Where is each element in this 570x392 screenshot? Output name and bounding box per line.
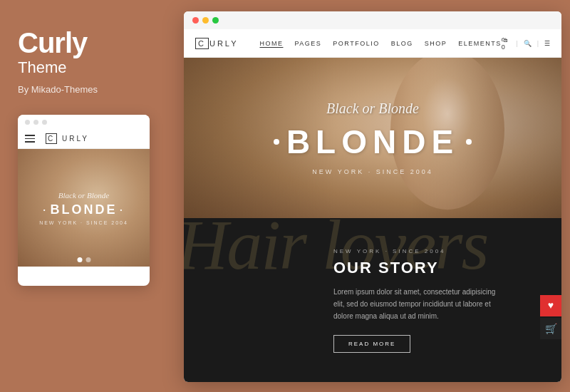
- icon-separator-1: |: [516, 40, 517, 47]
- nav-link-shop[interactable]: SHOP: [425, 40, 447, 47]
- hero-bullet-right: [466, 139, 472, 145]
- logo-box-letter: C: [195, 38, 209, 49]
- mobile-dot-1: [25, 120, 30, 125]
- brand-subtitle: Theme: [18, 58, 66, 77]
- hero-sub-text: NEW YORK · SINCE 2004: [312, 168, 432, 175]
- icon-separator-2: |: [537, 40, 539, 47]
- window-controls-bar: [184, 11, 561, 29]
- win-minimize-dot: [202, 17, 209, 24]
- desktop-preview-window: C URLY HOME PAGES PORTFOLIO BLOG SHOP EL…: [184, 11, 561, 382]
- mobile-preview-card: C URLY Black or Blonde • BLONDE • NEW YO…: [18, 115, 150, 286]
- mobile-dot-2: [33, 120, 38, 125]
- hero-content: Black or Blonde BLONDE NEW YORK · SINCE …: [184, 58, 561, 218]
- search-icon[interactable]: 🔍: [524, 40, 532, 47]
- mobile-hero-script: Black or Blonde: [58, 191, 109, 200]
- nav-link-blog[interactable]: BLOG: [391, 40, 413, 47]
- nav-link-home[interactable]: HOME: [259, 40, 283, 47]
- desktop-nav-bar: C URLY HOME PAGES PORTFOLIO BLOG SHOP EL…: [184, 29, 561, 58]
- mobile-nav-bar: C URLY: [18, 130, 150, 149]
- win-maximize-dot: [212, 17, 219, 24]
- story-content-block: NEW YORK · SINCE 2004 OUR STORY Lorem ip…: [298, 227, 540, 374]
- hero-title-text: BLONDE: [286, 123, 459, 161]
- hero-main-title: BLONDE: [274, 123, 472, 161]
- win-close-dot: [192, 17, 199, 24]
- left-panel: Curly Theme By Mikado-Themes C URLY Blac…: [0, 0, 175, 392]
- nav-link-elements[interactable]: ELEMENTS: [458, 40, 502, 47]
- desktop-logo: C URLY: [195, 38, 238, 49]
- mobile-indicator-1: [77, 257, 82, 262]
- mobile-bullet-left: •: [43, 207, 48, 213]
- mobile-bullet-right: •: [120, 207, 125, 213]
- mobile-carousel-indicators: [77, 257, 90, 262]
- hero-bullet-left: [274, 139, 279, 145]
- story-eyebrow: NEW YORK · SINCE 2004: [333, 248, 504, 254]
- story-section: Hair lovers NEW YORK · SINCE 2004 OUR ST…: [184, 218, 561, 382]
- mobile-dot-3: [42, 120, 47, 125]
- hamburger-icon: [25, 135, 35, 143]
- story-title: OUR STORY: [333, 259, 504, 277]
- mobile-hero-section: Black or Blonde • BLONDE • NEW YORK · SI…: [18, 149, 150, 267]
- mobile-window-controls: [18, 115, 150, 130]
- floating-action-icons: ♥ 🛒: [540, 295, 561, 339]
- cart-icon[interactable]: 🛍 0: [502, 36, 511, 51]
- mobile-hero-title: • BLONDE •: [43, 202, 125, 217]
- desktop-hero-section: Black or Blonde BLONDE NEW YORK · SINCE …: [184, 58, 561, 218]
- hero-script-text: Black or Blonde: [326, 100, 419, 117]
- nav-link-pages[interactable]: PAGES: [294, 40, 321, 47]
- desktop-nav-icons: 🛍 0 | 🔍 | ☰: [502, 36, 550, 51]
- floating-heart-icon[interactable]: ♥: [540, 295, 561, 316]
- nav-link-portfolio[interactable]: PORTFOLIO: [333, 40, 379, 47]
- mobile-indicator-2: [86, 257, 90, 262]
- mobile-hero-sub: NEW YORK · SINCE 2004: [39, 220, 128, 225]
- floating-cart-icon[interactable]: 🛒: [540, 318, 561, 339]
- desktop-nav-links: HOME PAGES PORTFOLIO BLOG SHOP ELEMENTS: [259, 40, 501, 47]
- brand-byline: By Mikado-Themes: [18, 84, 98, 95]
- story-body-text: Lorem ipsum dolor sit amet, consectetur …: [333, 286, 504, 322]
- mobile-logo: C URLY: [46, 133, 89, 144]
- brand-title: Curly: [18, 29, 87, 57]
- read-more-button[interactable]: READ MORE: [333, 335, 410, 353]
- menu-icon[interactable]: ☰: [544, 40, 550, 47]
